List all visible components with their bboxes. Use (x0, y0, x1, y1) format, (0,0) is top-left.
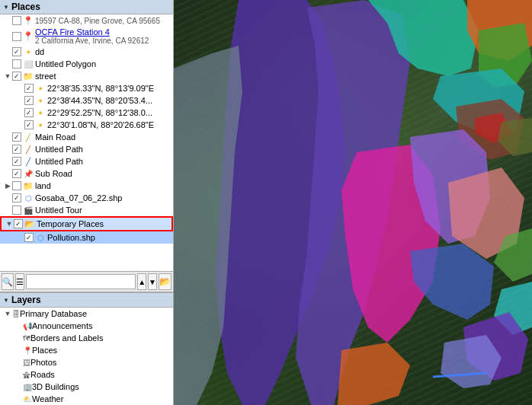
building-icon: 🏢 (23, 383, 32, 391)
item-checkbox[interactable] (12, 169, 21, 178)
map-area[interactable] (174, 0, 532, 405)
places-title: Places (11, 2, 40, 12)
item-checkbox[interactable] (24, 120, 34, 129)
item-checkbox[interactable] (12, 59, 21, 69)
item-label: 22°29'52.25"N, 88°12'38.0... (47, 108, 152, 117)
list-item[interactable]: ▼ 📁 street (0, 70, 173, 82)
item-label: 22°38'44.35"N, 88°20'53.4... (47, 96, 152, 105)
layers-triangle: ▼ (3, 297, 9, 304)
list-item[interactable]: ✦ 22°29'52.25"N, 88°12'38.0... (0, 107, 173, 119)
item-checkbox[interactable] (12, 145, 21, 154)
layer-item[interactable]: 🗺 Borders and Labels (0, 332, 173, 344)
road-icon: 🛣 (23, 371, 30, 379)
list-item[interactable]: ╱ Untitled Path (0, 143, 173, 155)
list-button[interactable]: ☰ (15, 273, 24, 290)
list-item[interactable]: ⬜ Untitled Polygon (0, 58, 173, 70)
polygon-icon: ⬜ (23, 59, 34, 69)
move-down-button[interactable]: ▼ (148, 273, 157, 290)
temporary-places-item[interactable]: ▼ 📂 Temporary Places (0, 216, 173, 231)
search-button[interactable]: 🔍 (2, 273, 14, 290)
expander-icon (15, 233, 24, 242)
expander-icon (3, 47, 12, 56)
item-checkbox[interactable] (24, 233, 34, 242)
list-item[interactable]: ⬡ Gosaba_07_06_22.shp (0, 192, 173, 204)
places-layer-icon: 📍 (23, 346, 32, 355)
item-checkbox[interactable] (12, 132, 21, 142)
item-checkbox[interactable] (12, 47, 21, 56)
expander-icon (14, 394, 23, 403)
item-sublabel: 2 California Ave, Irvine, CA 92612 (35, 37, 149, 45)
layer-item[interactable]: 🖼 Photos (0, 356, 173, 368)
list-item[interactable]: ▶ 📁 land (0, 180, 173, 192)
item-checkbox[interactable] (12, 193, 21, 202)
list-item[interactable]: ✦ dd (0, 46, 173, 58)
expander-land[interactable]: ▶ (3, 181, 12, 190)
item-checkbox[interactable] (12, 32, 21, 41)
new-folder-button[interactable]: 📂 (159, 273, 171, 290)
search-input[interactable] (26, 274, 136, 289)
layer-item[interactable]: 📍 Places (0, 344, 173, 356)
expander-street[interactable]: ▼ (3, 72, 12, 81)
item-checkbox[interactable] (12, 16, 21, 25)
item-label: 22°38'35.33"N, 88°13'9.09"E (47, 84, 154, 93)
layer-label: Places (32, 346, 57, 355)
move-up-button[interactable]: ▲ (137, 273, 146, 290)
item-label: Untitled Polygon (35, 59, 96, 69)
item-label-link[interactable]: OCFA Fire Station 4 (35, 27, 149, 37)
folder-icon: 📁 (23, 71, 34, 81)
layer-label: Primary Database (20, 309, 87, 318)
list-item[interactable]: 📍 OCFA Fire Station 4 2 California Ave, … (0, 27, 173, 46)
list-item[interactable]: 📌 Sub Road (0, 167, 173, 180)
list-item[interactable]: 📍 19597 CA-88, Pine Grove, CA 95665 (0, 14, 173, 27)
layer-item[interactable]: ▼ 🗄 Primary Database (0, 308, 173, 320)
layers-header[interactable]: ▼ Layers (0, 293, 173, 308)
list-item[interactable]: ╱ Untitled Path (0, 155, 173, 167)
places-toolbar: 🔍 ☰ ▲ ▼ 📂 (0, 271, 173, 292)
item-checkbox[interactable] (24, 108, 34, 117)
announcement-icon: 📢 (23, 322, 32, 330)
layer-item[interactable]: 🏢 3D Buildings (0, 381, 173, 393)
item-label: Untitled Path (35, 157, 83, 166)
item-checkbox[interactable] (14, 219, 23, 228)
item-checkbox[interactable] (24, 96, 34, 105)
layer-label: Weather (32, 394, 63, 403)
item-label: dd (35, 47, 44, 56)
item-label: street (35, 72, 56, 81)
expander-icon (14, 321, 23, 330)
item-label: 22°30'1.08"N, 88°20'26.68"E (47, 120, 154, 129)
list-item[interactable]: ✦ 22°38'44.35"N, 88°20'53.4... (0, 94, 173, 107)
pin-yellow-icon: ✦ (35, 120, 46, 130)
layer-label: 3D Buildings (32, 382, 79, 391)
pin-yellow-icon: ✦ (35, 83, 46, 94)
item-label: 19597 CA-88, Pine Grove, CA 95665 (35, 17, 160, 25)
layer-label: Borders and Labels (30, 333, 103, 343)
list-item[interactable]: 🎬 Untitled Tour (0, 204, 173, 216)
map-svg (174, 0, 532, 405)
item-checkbox[interactable] (24, 84, 34, 93)
layer-item[interactable]: ⛅ Weather (0, 393, 173, 405)
list-item[interactable]: ✦ 22°38'35.33"N, 88°13'9.09"E (0, 82, 173, 94)
item-checkbox[interactable] (12, 181, 21, 190)
layer-item[interactable]: 🛣 Roads (0, 368, 173, 381)
pin-yellow-icon: 📍 (23, 15, 34, 26)
expander-icon (3, 32, 12, 41)
item-checkbox[interactable] (12, 157, 21, 166)
list-item[interactable]: ╱ Main Road (0, 131, 173, 143)
folder-icon: 📁 (23, 180, 34, 191)
expander-icon (15, 96, 24, 105)
list-item[interactable]: ⬡ Pollution.shp (0, 231, 173, 244)
places-header[interactable]: ▼ Places (0, 0, 173, 14)
polygon-blue-icon: ⬡ (35, 232, 46, 243)
expander-primary[interactable]: ▼ (3, 309, 12, 318)
expander-temp[interactable]: ▼ (5, 219, 14, 228)
item-checkbox[interactable] (12, 206, 21, 215)
item-checkbox[interactable] (12, 72, 21, 81)
borders-icon: 🗺 (23, 334, 30, 343)
layer-item[interactable]: 📢 Announcements (0, 320, 173, 332)
photo-icon: 🖼 (23, 359, 30, 367)
list-item[interactable]: ✦ 22°30'1.08"N, 88°20'26.68"E (0, 119, 173, 131)
expander-icon (14, 382, 23, 391)
expander-icon (3, 169, 12, 178)
pin-yellow-icon: ✦ (23, 46, 34, 57)
pin-yellow-icon: 📍 (23, 31, 34, 42)
